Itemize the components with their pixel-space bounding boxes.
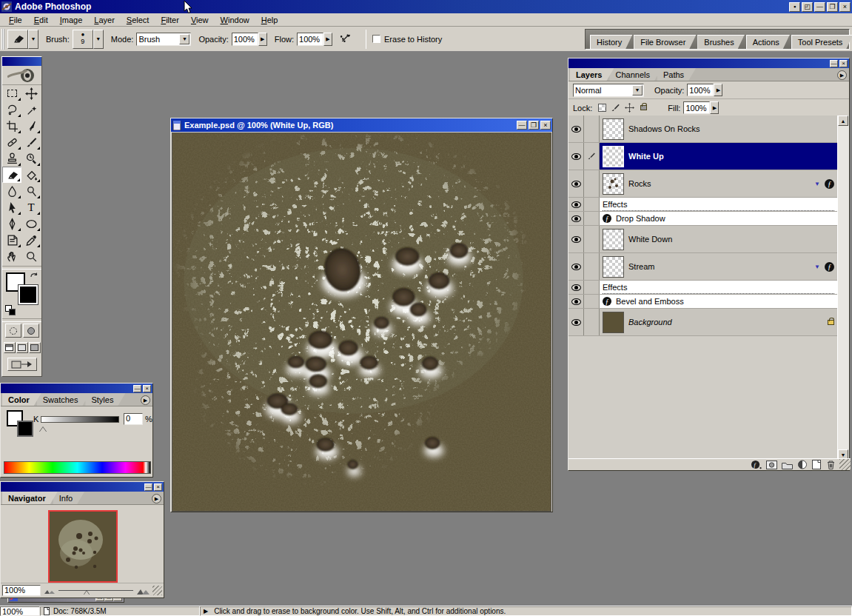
visibility-toggle[interactable]	[568, 212, 584, 225]
tab-info[interactable]: Info	[53, 492, 84, 504]
doc-close-button[interactable]: ×	[540, 121, 551, 130]
effects-collapse-icon[interactable]: ▼	[814, 264, 820, 270]
palette-menu-icon[interactable]: ▶	[141, 395, 150, 405]
visibility-toggle[interactable]	[568, 226, 584, 252]
brush-tool[interactable]	[21, 134, 41, 150]
well-tab-tool-presets[interactable]: Tool Presets	[791, 35, 852, 49]
history-brush-tool[interactable]	[21, 150, 41, 167]
layer-style-f-icon[interactable]: ƒ	[825, 179, 834, 189]
menu-view[interactable]: View	[185, 14, 215, 26]
close-button[interactable]: ×	[839, 2, 851, 12]
layer-thumbnail[interactable]	[603, 256, 624, 278]
default-colors-icon[interactable]	[5, 305, 16, 315]
effect-row-bevel-emboss[interactable]: ƒBevel and Emboss	[568, 295, 837, 309]
new-layer-icon[interactable]	[812, 460, 822, 469]
path-selection-tool[interactable]	[2, 199, 21, 215]
hand-tool[interactable]	[2, 248, 21, 264]
layer-row-background[interactable]: Background	[568, 309, 837, 336]
palette-minimize-icon[interactable]: —	[830, 60, 838, 67]
airbrush-toggle[interactable]	[340, 32, 352, 46]
color-palette-titlebar[interactable]: — ×	[1, 384, 152, 393]
new-layer-set-icon[interactable]	[782, 461, 793, 469]
opacity-control[interactable]: 100% ▶	[232, 33, 267, 46]
tab-layers[interactable]: Layers	[570, 68, 614, 81]
slice-tool[interactable]	[21, 118, 41, 134]
menu-layer[interactable]: Layer	[88, 14, 121, 26]
visibility-toggle[interactable]	[568, 198, 584, 211]
pen-tool[interactable]	[2, 215, 21, 232]
blend-mode-dropdown[interactable]: Normal ▼	[573, 84, 644, 97]
toolbox-drag-bar[interactable]	[2, 57, 41, 66]
notes-tool[interactable]	[2, 232, 21, 248]
palette-minimize-icon[interactable]: —	[144, 483, 152, 491]
visibility-toggle[interactable]	[568, 116, 584, 142]
menu-help[interactable]: Help	[255, 14, 284, 26]
zoom-tool[interactable]	[21, 248, 41, 264]
shape-tool[interactable]	[21, 215, 41, 232]
jump-to-imageready-button[interactable]	[7, 358, 37, 371]
layer-thumbnail[interactable]	[603, 146, 624, 167]
options-bar-grip[interactable]	[1, 29, 4, 50]
document-titlebar[interactable]: Example.psd @ 100% (White Up, RGB) — ❐ ×	[171, 118, 552, 132]
background-color-swatch[interactable]	[19, 285, 38, 304]
menu-window[interactable]: Window	[215, 14, 255, 26]
palette-minimize-icon[interactable]: —	[133, 385, 141, 392]
canvas[interactable]	[172, 133, 551, 512]
layer-row-white-down[interactable]: White Down	[568, 226, 837, 253]
k-slider-thumb-icon[interactable]	[39, 424, 47, 432]
erase-to-history-checkbox[interactable]	[372, 35, 380, 43]
layer-style-f-icon[interactable]: ƒ	[825, 262, 834, 272]
palette-menu-icon[interactable]: ▶	[152, 494, 161, 503]
menu-filter[interactable]: Filter	[155, 14, 184, 26]
palette-close-icon[interactable]: ×	[154, 483, 162, 491]
fill-field[interactable]: 100%	[683, 101, 710, 114]
layer-row-stream[interactable]: Stream▼ƒ	[568, 253, 837, 281]
link-cell[interactable]	[584, 253, 600, 280]
type-tool[interactable]: T	[21, 199, 41, 215]
k-slider-track[interactable]	[41, 416, 119, 423]
link-cell[interactable]	[584, 281, 600, 294]
k-value-field[interactable]: 0	[124, 413, 143, 425]
tab-color[interactable]: Color	[2, 393, 41, 406]
visibility-toggle[interactable]	[568, 253, 584, 280]
navigator-view-box[interactable]	[48, 510, 118, 583]
scroll-up-icon[interactable]: ▲	[838, 116, 848, 126]
well-tab-file-browser[interactable]: File Browser	[634, 35, 696, 49]
slider-thumb-icon[interactable]	[84, 588, 90, 595]
color-spectrum-ramp[interactable]	[4, 461, 151, 474]
lock-position-icon[interactable]	[625, 103, 634, 113]
palette-close-icon[interactable]: ×	[839, 60, 848, 67]
layers-opacity-field[interactable]: 100%	[687, 84, 714, 96]
minimize-button[interactable]: —	[814, 2, 825, 12]
erase-to-history-option[interactable]: Erase to History	[372, 35, 442, 44]
link-cell[interactable]	[584, 116, 600, 142]
layer-row-shadows-on-rocks[interactable]: Shadows On Rocks	[568, 116, 837, 143]
layers-palette-titlebar[interactable]: — ×	[568, 58, 849, 68]
healing-brush-tool[interactable]	[2, 134, 21, 150]
paint-bucket-tool[interactable]	[21, 167, 41, 183]
layer-thumbnail[interactable]	[603, 312, 624, 333]
extra-button-1[interactable]: ▪	[789, 2, 800, 12]
visibility-toggle[interactable]	[568, 281, 584, 294]
layers-scrollbar[interactable]: ▲ ▼	[837, 116, 849, 460]
extra-button-2[interactable]: ◰	[802, 2, 813, 12]
mode-dropdown[interactable]: Brush ▼	[136, 33, 191, 46]
add-layer-style-icon[interactable]: f	[751, 460, 762, 469]
well-tab-history[interactable]: History	[590, 35, 632, 49]
visibility-toggle[interactable]	[568, 295, 584, 308]
effects-collapse-icon[interactable]: ▼	[814, 181, 820, 187]
layer-thumbnail[interactable]	[603, 118, 624, 140]
effect-row-drop-shadow[interactable]: ƒDrop Shadow	[568, 212, 837, 226]
add-layer-mask-icon[interactable]	[766, 461, 777, 469]
fullscreen-menubar-button[interactable]	[16, 342, 28, 353]
menu-select[interactable]: Select	[121, 14, 155, 26]
brush-picker[interactable]: ● 9 ▼	[73, 30, 104, 49]
tab-channels[interactable]: Channels	[609, 68, 661, 81]
lasso-tool[interactable]	[2, 101, 21, 118]
active-paint-cell[interactable]	[584, 143, 600, 170]
tool-preset-picker[interactable]: ▼	[7, 30, 38, 49]
link-cell[interactable]	[584, 295, 600, 308]
resize-grip[interactable]	[152, 586, 162, 595]
opacity-field[interactable]: 100%	[232, 33, 258, 46]
marquee-tool[interactable]	[2, 85, 21, 101]
